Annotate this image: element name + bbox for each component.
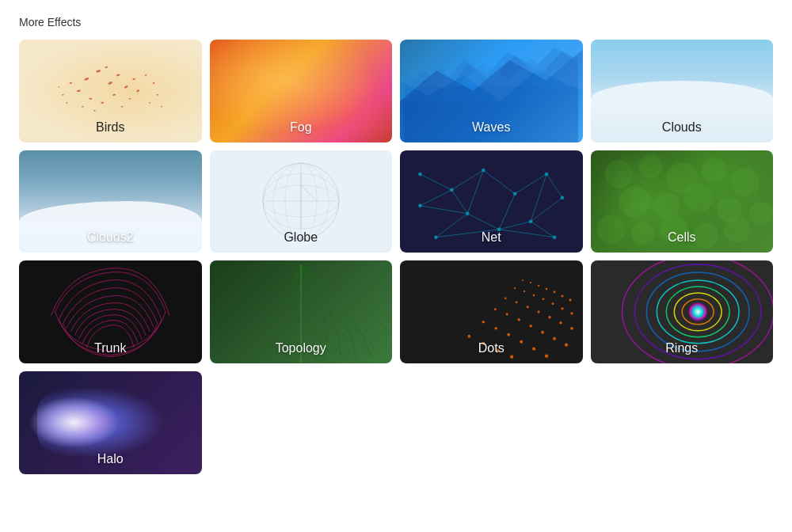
svg-point-79: [731, 168, 760, 196]
svg-point-20: [129, 98, 131, 100]
svg-point-24: [161, 106, 162, 107]
card-label-birds: Birds: [19, 112, 202, 142]
svg-line-56: [531, 197, 562, 221]
svg-point-112: [506, 314, 508, 316]
svg-point-100: [543, 298, 545, 301]
svg-point-11: [136, 89, 140, 93]
effect-card-rings[interactable]: Rings: [591, 260, 774, 363]
effect-card-fog[interactable]: Fog: [210, 40, 393, 142]
card-label-clouds: Clouds: [591, 112, 774, 142]
effect-card-globe[interactable]: Globe: [210, 150, 393, 253]
svg-point-67: [545, 173, 548, 176]
svg-point-109: [559, 321, 562, 325]
svg-point-92: [538, 285, 539, 287]
svg-point-91: [530, 282, 531, 283]
card-label-net: Net: [400, 222, 583, 253]
effect-card-waves[interactable]: Waves: [400, 40, 583, 142]
svg-line-49: [546, 174, 562, 198]
svg-point-93: [546, 288, 548, 291]
effect-card-cells[interactable]: Cells: [591, 150, 774, 253]
card-label-rings: Rings: [591, 333, 774, 363]
card-label-trunk: Trunk: [19, 333, 202, 363]
svg-point-104: [505, 298, 507, 300]
svg-point-94: [554, 291, 556, 294]
effect-card-halo[interactable]: Halo: [19, 371, 202, 474]
svg-point-78: [701, 158, 726, 183]
svg-line-37: [273, 177, 301, 201]
svg-point-66: [513, 192, 516, 196]
svg-line-45: [420, 174, 451, 190]
svg-point-22: [66, 102, 67, 103]
svg-point-89: [749, 201, 773, 225]
effect-card-dots[interactable]: Dots: [400, 260, 583, 363]
svg-marker-26: [405, 48, 578, 103]
svg-point-0: [84, 77, 89, 81]
svg-point-16: [121, 106, 124, 108]
svg-point-107: [537, 311, 539, 314]
svg-point-81: [653, 192, 680, 219]
svg-point-103: [570, 312, 573, 314]
svg-point-65: [482, 169, 485, 172]
svg-point-102: [561, 308, 563, 310]
svg-point-7: [89, 98, 92, 100]
svg-point-119: [494, 327, 497, 330]
svg-point-96: [569, 299, 571, 302]
svg-point-12: [101, 102, 104, 104]
svg-line-50: [451, 190, 467, 214]
svg-point-72: [418, 203, 421, 207]
svg-point-90: [522, 279, 524, 281]
svg-point-105: [516, 302, 518, 304]
svg-point-108: [548, 316, 550, 318]
svg-line-58: [420, 205, 467, 213]
effect-card-net[interactable]: Net: [400, 150, 583, 253]
card-label-globe: Globe: [210, 222, 393, 253]
svg-point-8: [132, 78, 135, 80]
svg-point-95: [562, 295, 564, 298]
svg-point-5: [105, 66, 108, 68]
svg-point-3: [77, 89, 81, 92]
svg-point-6: [124, 86, 128, 89]
svg-point-136: [688, 302, 707, 321]
effect-card-topology[interactable]: Topology: [210, 260, 393, 363]
card-label-halo: Halo: [19, 444, 202, 474]
svg-line-40: [301, 201, 329, 225]
svg-point-80: [619, 186, 650, 218]
svg-point-97: [514, 287, 516, 289]
svg-point-64: [450, 188, 453, 192]
svg-point-23: [58, 86, 59, 87]
effect-card-clouds[interactable]: Clouds: [591, 40, 774, 142]
svg-line-51: [467, 170, 483, 214]
card-label-fog: Fog: [210, 112, 393, 142]
svg-point-9: [69, 82, 72, 84]
svg-point-14: [144, 74, 147, 77]
svg-point-110: [570, 327, 573, 330]
svg-point-13: [82, 106, 84, 108]
svg-point-76: [638, 154, 662, 178]
section-title: More Effects: [19, 16, 773, 28]
svg-point-118: [482, 321, 485, 323]
svg-point-114: [529, 325, 532, 328]
svg-line-57: [420, 190, 451, 206]
effect-card-birds[interactable]: Birds: [19, 40, 202, 142]
effect-card-trunk[interactable]: Trunk: [19, 260, 202, 363]
svg-point-113: [517, 318, 520, 321]
svg-point-68: [561, 196, 564, 200]
svg-point-18: [62, 94, 64, 96]
card-label-topology: Topology: [210, 333, 393, 363]
svg-line-46: [451, 170, 483, 190]
svg-point-21: [149, 102, 150, 103]
svg-point-101: [552, 303, 554, 306]
svg-point-1: [96, 70, 101, 73]
svg-point-15: [93, 110, 96, 112]
svg-point-10: [112, 93, 116, 96]
svg-point-69: [466, 211, 469, 215]
effect-card-clouds2[interactable]: Clouds2: [19, 150, 202, 253]
svg-point-111: [494, 309, 497, 311]
svg-point-98: [524, 291, 525, 292]
card-label-clouds2: Clouds2: [19, 222, 202, 253]
effects-grid: Birds Fog Waves Clouds Clouds2: [19, 40, 773, 474]
svg-point-17: [152, 82, 154, 84]
svg-point-99: [533, 294, 535, 297]
svg-point-19: [157, 94, 159, 96]
svg-line-36: [301, 185, 317, 201]
